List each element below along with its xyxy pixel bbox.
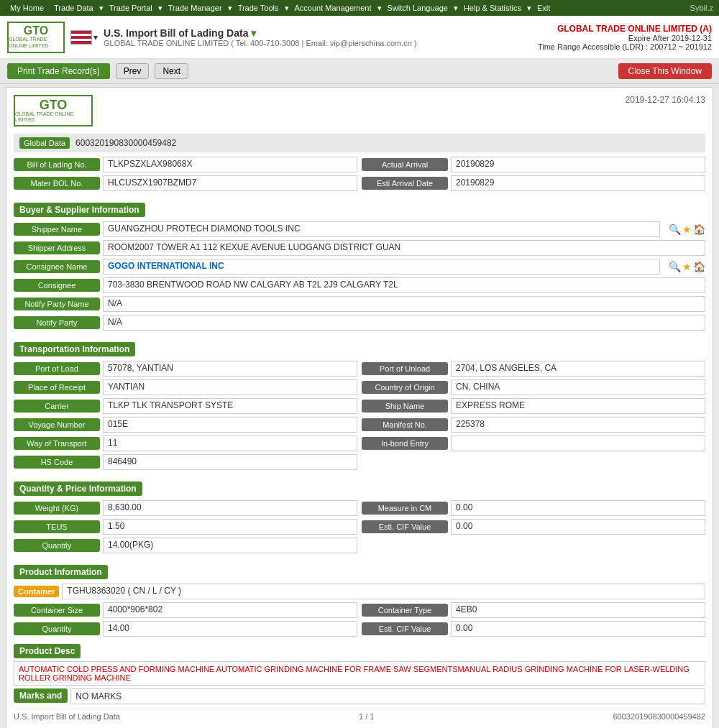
consignee-star-icon[interactable]: ★: [682, 261, 692, 272]
weight-measure-row: Weight (KG) 8,630.00 Measure in CM 0.00: [14, 500, 705, 516]
footer-id: 600320190830000459482: [613, 712, 705, 721]
port-unload-label: Port of Unload: [362, 362, 448, 375]
header-right: GLOBAL TRADE ONLINE LIMITED (A) Expire A…: [538, 24, 712, 51]
transport-section: Transportation Information Port of Load …: [14, 336, 705, 470]
bill-of-lading-value: TLKPSZXLAX98068X: [103, 157, 357, 172]
carrier-value: TLKP TLK TRANSPORT SYSTE: [103, 398, 357, 414]
consignee-name-value: GOGO INTERNATIONAL INC: [103, 259, 660, 275]
esti-cif-value: 0.00: [451, 519, 705, 535]
nav-trade-tools[interactable]: Trade Tools: [234, 2, 283, 14]
buyer-supplier-header: Buyer & Supplier Information: [14, 203, 145, 217]
product-desc-header: Product Desc: [14, 644, 81, 658]
close-button-top[interactable]: Close This Window: [618, 63, 712, 79]
consignee-row: Consignee 703-3830 BRENTWOOD ROAD NW CAL…: [14, 277, 705, 293]
voyage-label: Voyage Number: [14, 418, 100, 431]
quantity-prod-label: Quantity: [14, 622, 100, 635]
voyage-manifest-row: Voyage Number 015E Manifest No. 225378: [14, 417, 705, 433]
record-header: GTO GLOBAL TRADE ONLINE LIMITED 2019-12-…: [14, 95, 705, 126]
gto-logo: GTO GLOBAL TRADE ONLINE LIMITED: [7, 22, 65, 53]
inbond-value: [451, 436, 705, 451]
global-data-row: Global Data 600320190830000459482: [14, 134, 705, 152]
consignee-name-row: Consignee Name GOGO INTERNATIONAL INC 🔍 …: [14, 259, 705, 275]
user-name: Sybil.z: [690, 4, 713, 12]
header-title: U.S. Import Bill of Lading Data ▾: [104, 27, 538, 39]
nav-account[interactable]: Account Management: [290, 2, 376, 14]
container-size-type-row: Container Size 4000*906*802 Container Ty…: [14, 602, 705, 618]
nav-exit[interactable]: Exit: [533, 2, 554, 14]
marks-row: Marks and NO MARKS: [14, 688, 705, 704]
quantity-row: Quantity 14.00(PKG): [14, 538, 705, 553]
prev-button-top[interactable]: Prev: [116, 63, 150, 79]
nav-language[interactable]: Switch Language: [383, 2, 452, 14]
manifest-value: 225378: [451, 417, 705, 433]
record-timestamp: 2019-12-27 16:04:13: [626, 95, 705, 105]
footer-left: U.S. Import Bill of Lading Data: [14, 712, 120, 721]
manifest-label: Manifest No.: [362, 418, 448, 431]
consignee-label: Consignee: [14, 279, 100, 292]
consignee-home-icon[interactable]: 🏠: [693, 261, 705, 272]
quantity-cif-prod-row: Quantity 14.00 Esti. CIF Value 0.00: [14, 621, 705, 637]
notify-party-name-row: Notify Party Name N/A: [14, 296, 705, 312]
print-button-top[interactable]: Print Trade Record(s): [7, 63, 110, 79]
notify-party-row: Notify Party N/A: [14, 315, 705, 331]
notify-party-value: N/A: [103, 315, 705, 331]
hs-code-row: HS Code 846490: [14, 454, 705, 470]
container-size-value: 4000*906*802: [103, 602, 357, 618]
shipper-address-row: Shipper Address ROOM2007 TOWER A1 112 KE…: [14, 240, 705, 256]
notify-party-name-label: Notify Party Name: [14, 298, 100, 310]
header-info: U.S. Import Bill of Lading Data ▾ GLOBAL…: [104, 27, 538, 47]
expire-info: Expire After 2019-12-31: [538, 34, 712, 42]
country-origin-value: CN, CHINA: [451, 379, 705, 395]
company-name: GLOBAL TRADE ONLINE LIMITED (A): [538, 24, 712, 34]
quantity-prod-value: 14.00: [103, 621, 357, 637]
actual-arrival-value: 20190829: [451, 157, 705, 172]
consignee-search-icon[interactable]: 🔍: [669, 261, 681, 272]
port-load-label: Port of Load: [14, 362, 100, 375]
container-row: Container TGHU8363020 ( CN / L / CY ): [14, 584, 705, 599]
port-load-value: 57078, YANTIAN: [103, 361, 357, 377]
ship-name-value: EXPRESS ROME: [451, 398, 705, 414]
nav-trade-data[interactable]: Trade Data: [50, 2, 98, 14]
quantity-value: 14.00(PKG): [103, 538, 357, 553]
bol-row: Bill of Lading No. TLKPSZXLAX98068X Actu…: [14, 157, 705, 172]
consignee-value: 703-3830 BRENTWOOD ROAD NW CALGARY AB T2…: [103, 277, 705, 293]
footer-page: 1 / 1: [359, 712, 374, 721]
shipper-name-value: GUANGZHOU PROTECH DIAMOND TOOLS INC: [103, 221, 660, 237]
hs-code-value: 846490: [103, 454, 357, 470]
shipper-search-icon[interactable]: 🔍: [669, 224, 681, 235]
notify-party-name-value: N/A: [103, 296, 705, 312]
buyer-supplier-section: Buyer & Supplier Information Shipper Nam…: [14, 197, 705, 331]
receipt-origin-row: Place of Receipt YANTIAN Country of Orig…: [14, 379, 705, 395]
record-box: GTO GLOBAL TRADE ONLINE LIMITED 2019-12-…: [6, 87, 713, 728]
header-bar: GTO GLOBAL TRADE ONLINE LIMITED ▾ U.S. I…: [0, 16, 719, 59]
shipper-icons: 🔍 ★ 🏠: [666, 224, 705, 235]
shipper-home-icon[interactable]: 🏠: [693, 224, 705, 235]
measure-cm-label: Measure in CM: [362, 502, 448, 515]
notify-party-label: Notify Party: [14, 316, 100, 329]
carrier-row: Carrier TLKP TLK TRANSPORT SYSTE Ship Na…: [14, 398, 705, 414]
inbond-label: In-bond Entry: [362, 437, 448, 450]
flag-area[interactable]: ▾: [70, 30, 98, 45]
shipper-star-icon[interactable]: ★: [682, 224, 692, 235]
teus-cif-row: TEUS 1.50 Esti. CIF Value 0.00: [14, 519, 705, 535]
place-receipt-label: Place of Receipt: [14, 381, 100, 394]
way-transport-value: 11: [103, 436, 357, 451]
way-transport-label: Way of Transport: [14, 437, 100, 450]
esti-arrival-label: Esti Arrival Date: [362, 177, 448, 190]
consignee-icons: 🔍 ★ 🏠: [666, 261, 705, 272]
weight-value: 8,630.00: [103, 500, 357, 516]
country-origin-label: Country of Origin: [362, 381, 448, 394]
nav-my-home[interactable]: My Home: [6, 2, 48, 14]
next-button-top[interactable]: Next: [155, 63, 188, 79]
voyage-value: 015E: [103, 417, 357, 433]
nav-help[interactable]: Help & Statistics: [459, 2, 526, 14]
nav-trade-manager[interactable]: Trade Manager: [164, 2, 226, 14]
actual-arrival-label: Actual Arrival: [362, 158, 448, 171]
quantity-price-header: Quantity & Price Information: [14, 482, 142, 496]
nav-trade-portal[interactable]: Trade Portal: [105, 2, 157, 14]
esti-cif-prod-value: 0.00: [451, 621, 705, 637]
measure-cm-value: 0.00: [451, 500, 705, 516]
shipper-name-label: Shipper Name: [14, 223, 100, 236]
consignee-name-label: Consignee Name: [14, 260, 100, 273]
container-value: TGHU8363020 ( CN / L / CY ): [62, 584, 705, 599]
